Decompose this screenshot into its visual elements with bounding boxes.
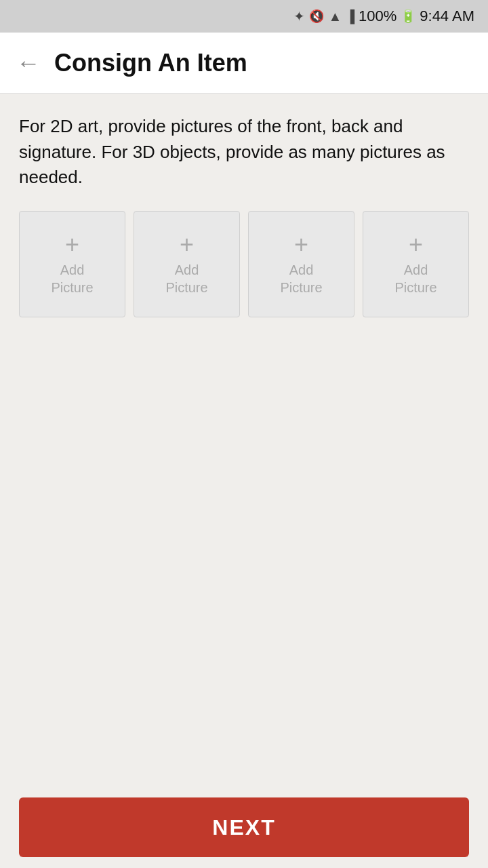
add-picture-label-1: AddPicture <box>51 261 93 296</box>
battery-text: 100% <box>359 7 396 25</box>
plus-icon-1: + <box>65 233 79 257</box>
plus-icon-2: + <box>180 233 194 257</box>
back-button[interactable]: ← <box>16 51 41 75</box>
wifi-icon: ▲ <box>328 9 342 24</box>
picture-grid: + AddPicture + AddPicture + AddPicture +… <box>19 211 469 317</box>
header: ← Consign An Item <box>0 33 488 94</box>
bluetooth-icon: ✦ <box>293 8 305 24</box>
battery-icon: 🔋 <box>401 9 415 24</box>
add-picture-label-2: AddPicture <box>165 261 207 296</box>
add-picture-box-3[interactable]: + AddPicture <box>248 211 354 317</box>
status-icons: ✦ 🔇 ▲ ▐ 100% 🔋 9:44 AM <box>293 7 474 25</box>
instruction-text: For 2D art, provide pictures of the fron… <box>19 114 469 191</box>
page-title: Consign An Item <box>54 49 247 77</box>
signal-icon: ▐ <box>346 9 354 24</box>
add-picture-box-1[interactable]: + AddPicture <box>19 211 125 317</box>
next-button[interactable]: NEXT <box>19 797 469 857</box>
add-picture-box-2[interactable]: + AddPicture <box>134 211 240 317</box>
plus-icon-3: + <box>294 233 308 257</box>
bottom-button-container: NEXT <box>0 787 488 868</box>
add-picture-label-3: AddPicture <box>280 261 322 296</box>
add-picture-label-4: AddPicture <box>394 261 436 296</box>
back-arrow-icon: ← <box>16 49 41 77</box>
plus-icon-4: + <box>409 233 423 257</box>
main-content: For 2D art, provide pictures of the fron… <box>0 94 488 787</box>
add-picture-box-4[interactable]: + AddPicture <box>363 211 469 317</box>
status-bar: ✦ 🔇 ▲ ▐ 100% 🔋 9:44 AM <box>0 0 488 33</box>
mute-icon: 🔇 <box>309 9 324 24</box>
time-text: 9:44 AM <box>420 7 474 25</box>
